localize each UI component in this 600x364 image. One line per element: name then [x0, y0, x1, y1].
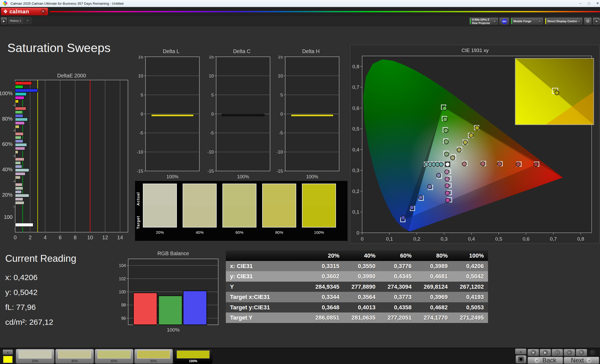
- measured-point-red: [497, 162, 502, 166]
- deltae-bar: [15, 122, 25, 125]
- deltae-bar: [15, 165, 22, 168]
- delta-l-title: Delta L: [143, 48, 199, 54]
- next-button[interactable]: Next »: [564, 357, 599, 364]
- add-history-tab-button[interactable]: +: [24, 17, 32, 24]
- source-selector-button[interactable]: Mobile Forge ▼: [511, 17, 543, 25]
- deltae-bar: [15, 190, 21, 194]
- chevron-down-icon[interactable]: ▼: [538, 19, 542, 24]
- patch-thumbnail-100%[interactable]: 100%: [174, 349, 212, 364]
- calman-diamond-icon: ❖: [3, 9, 8, 14]
- table-cell: 0,5042: [452, 271, 488, 282]
- play-button[interactable]: ▶: [540, 349, 551, 356]
- settings-button[interactable]: ⚙: [584, 17, 592, 25]
- loop-button[interactable]: ↻: [576, 349, 587, 356]
- continuous-measure-button[interactable]: ∞: [564, 349, 575, 356]
- svg-text:-5: -5: [279, 130, 283, 135]
- meter-selector-button[interactable]: X-Rite i1Pro 3 Rear Projector ▼: [469, 17, 498, 25]
- meter-badge-button[interactable]: 631: [499, 17, 509, 25]
- minimize-button[interactable]: –: [576, 0, 584, 7]
- table-cell: 0,5053: [452, 302, 488, 313]
- patch-window-button[interactable]: [515, 355, 526, 363]
- measured-point-magenta: [445, 177, 449, 181]
- measured-point-red: [534, 162, 538, 167]
- measured-point-green: [444, 128, 448, 133]
- chevron-down-icon[interactable]: ▼: [41, 9, 46, 14]
- table-row-label: Target y:CIE31: [226, 302, 307, 313]
- svg-text:5: 5: [211, 93, 214, 98]
- back-button[interactable]: « Back: [528, 357, 563, 364]
- table-cell: 286,0851: [307, 312, 344, 323]
- table-cell: 0,3989: [416, 261, 452, 271]
- patch-thumbnail-20%[interactable]: 20%: [16, 349, 54, 364]
- svg-text:10: 10: [138, 73, 143, 78]
- table-row-label: Target x:CIE31: [226, 292, 307, 302]
- delta-h-chart: 151050-5-10-15100%: [272, 56, 343, 181]
- calman-menu-button[interactable]: ❖ calman ▼: [1, 8, 48, 15]
- display-control-button[interactable]: Direct Display Control ▼: [545, 17, 583, 25]
- measured-point-red: [516, 162, 520, 166]
- current-reading-cdm: cd/m²: 267,12: [5, 318, 53, 327]
- rgb-balance-bar-red: [133, 293, 157, 325]
- target-swatch: [263, 206, 296, 227]
- measured-point-cyan: [439, 162, 443, 167]
- swatch-label: 20%: [143, 230, 177, 235]
- table-cell: 277,2051: [380, 312, 416, 323]
- table-corner-cell: [226, 251, 307, 261]
- delta-l-chart: 151050-5-10-15100%: [132, 56, 203, 181]
- measure-series-button[interactable]: [··]: [552, 349, 563, 356]
- svg-text:6: 6: [59, 235, 61, 240]
- thumbnail-label: 100%: [174, 359, 212, 363]
- delta-bar: [291, 114, 333, 116]
- table-cell: 0,3550: [344, 261, 380, 271]
- svg-text:0,2: 0,2: [413, 236, 420, 242]
- collapse-panel-button[interactable]: ◀: [593, 17, 600, 25]
- transport-collapse-button[interactable]: ▲: [515, 348, 526, 355]
- patch-thumbnail-60%[interactable]: 60%: [95, 349, 133, 364]
- thumbnail-label: 80%: [134, 359, 173, 363]
- measured-point-red: [462, 162, 466, 166]
- actual-swatch: [263, 184, 296, 206]
- svg-text:10: 10: [87, 235, 93, 240]
- deltae-bar: [15, 96, 24, 99]
- measured-point-yellow: [469, 133, 473, 138]
- history-prev-button[interactable]: ▶: [1, 17, 7, 25]
- stop-button[interactable]: ■: [528, 349, 539, 356]
- filmstrip-scroll-up-button[interactable]: ▲: [3, 349, 13, 355]
- gear-icon: ⚙: [586, 19, 590, 23]
- close-button[interactable]: ✕: [594, 0, 600, 7]
- patch-thumbnail-40%[interactable]: 40%: [55, 349, 94, 364]
- target-swatch: [183, 206, 216, 227]
- rgb-balance-title: RGB Balance: [128, 251, 218, 257]
- source-name: Mobile Forge: [513, 20, 531, 23]
- tab-history-1[interactable]: History 1: [8, 17, 23, 24]
- svg-text:0,7: 0,7: [550, 236, 557, 242]
- svg-text:10: 10: [209, 73, 214, 78]
- svg-text:0,2: 0,2: [352, 189, 359, 194]
- measured-point-red: [481, 162, 485, 166]
- swatch-100%: [302, 184, 336, 228]
- svg-text:0: 0: [14, 235, 16, 240]
- svg-text:100%: 100%: [306, 174, 318, 179]
- maximize-button[interactable]: □: [585, 0, 593, 7]
- svg-text:-5: -5: [210, 130, 214, 135]
- svg-text:0,4: 0,4: [352, 147, 360, 152]
- swatch-20%: [143, 184, 177, 228]
- svg-text:40%: 40%: [2, 167, 13, 172]
- measured-point-yellow: [451, 156, 455, 160]
- delta-bar: [222, 114, 264, 116]
- chevron-down-icon[interactable]: ▼: [577, 19, 581, 24]
- chevron-down-icon[interactable]: ▼: [493, 19, 497, 24]
- svg-text:60%: 60%: [2, 141, 13, 147]
- table-cell: 267,1202: [452, 282, 488, 292]
- svg-text:0,6: 0,6: [352, 105, 359, 111]
- patch-thumbnail-80%[interactable]: 80%: [134, 349, 173, 364]
- svg-text:14: 14: [117, 235, 123, 240]
- svg-text:100%: 100%: [166, 174, 178, 179]
- table-row-label: x: CIE31: [226, 261, 307, 271]
- swatch-40%: [183, 184, 217, 228]
- measured-point-blue: [401, 216, 405, 220]
- measured-point-yellow: [475, 126, 479, 130]
- svg-text:5: 5: [141, 93, 143, 98]
- deltae-bar: [15, 172, 25, 175]
- measured-point-magenta: [446, 198, 450, 202]
